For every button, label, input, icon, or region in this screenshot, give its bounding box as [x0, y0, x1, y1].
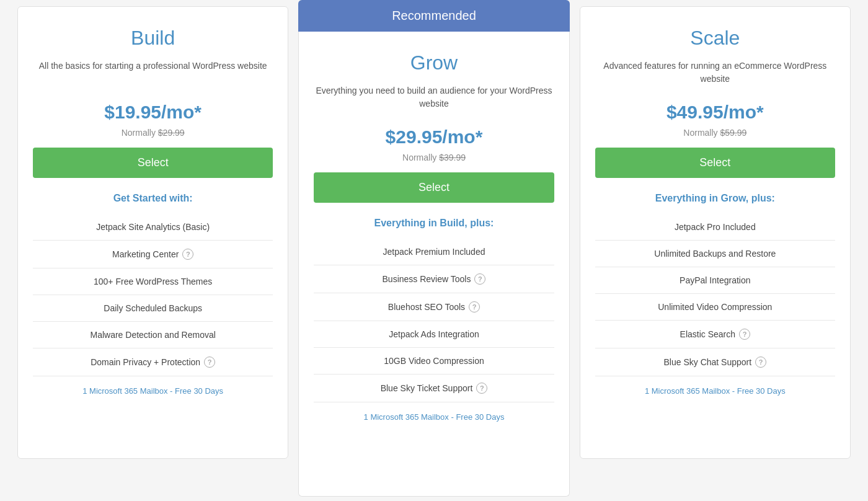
plan-price-scale: $49.95/mo* [595, 102, 835, 123]
footer-link-build: 1 Microsoft 365 Mailbox - Free 30 Days [82, 386, 223, 396]
plan-card-grow: Grow Everything you need to build an aud… [298, 32, 569, 497]
feature-text-build-1: Marketing Center [112, 249, 179, 259]
section-title-grow: Everything in Build, plus: [314, 218, 554, 229]
plan-name-scale: Scale [595, 27, 835, 50]
feature-item-build-1: Marketing Center ? [33, 241, 273, 268]
feature-item-build-5: Domain Privacy + Protection ? [33, 348, 273, 376]
feature-text-build-0: Jetpack Site Analytics (Basic) [96, 222, 210, 232]
feature-text-scale-4: Elastic Search [680, 329, 735, 339]
feature-text-grow-3: Jetpack Ads Integration [389, 329, 479, 339]
plan-wrapper-build: Build All the basics for starting a prof… [12, 0, 293, 465]
feature-item-grow-2: Bluehost SEO Tools ? [314, 293, 554, 321]
help-icon-build-1[interactable]: ? [182, 249, 193, 260]
feature-item-scale-3: Unlimited Video Compression [595, 294, 835, 321]
plan-description-grow: Everything you need to build an audience… [314, 84, 554, 114]
plan-name-build: Build [33, 27, 273, 50]
plan-normally-scale: Normally $59.99 [595, 128, 835, 138]
feature-text-build-5: Domain Privacy + Protection [91, 357, 200, 367]
help-icon-grow-1[interactable]: ? [474, 273, 485, 285]
pricing-container: Build All the basics for starting a prof… [12, 0, 856, 501]
select-button-build[interactable]: Select [33, 148, 273, 178]
feature-item-grow-4: 10GB Video Compression [314, 348, 554, 375]
feature-item-build-2: 100+ Free WordPress Themes [33, 268, 273, 295]
help-icon-grow-2[interactable]: ? [469, 301, 480, 313]
help-icon-scale-4[interactable]: ? [739, 329, 750, 340]
feature-text-build-3: Daily Scheduled Backups [104, 303, 202, 313]
plan-price-build: $19.95/mo* [33, 102, 273, 123]
footer-link-grow: 1 Microsoft 365 Mailbox - Free 30 Days [364, 412, 505, 422]
plan-description-build: All the basics for starting a profession… [33, 60, 273, 89]
plan-description-scale: Advanced features for running an eCommer… [595, 60, 835, 89]
feature-item-scale-4: Elastic Search ? [595, 321, 835, 348]
help-icon-scale-5[interactable]: ? [755, 357, 766, 368]
feature-footer-build[interactable]: 1 Microsoft 365 Mailbox - Free 30 Days [33, 376, 273, 404]
feature-item-scale-5: Blue Sky Chat Support ? [595, 348, 835, 376]
plan-normally-grow: Normally $39.99 [314, 153, 554, 162]
feature-text-scale-2: PayPal Integration [680, 275, 750, 285]
feature-list-build: Jetpack Site Analytics (Basic) Marketing… [33, 214, 273, 404]
select-button-scale[interactable]: Select [595, 148, 835, 178]
feature-list-grow: Jetpack Premium Included Business Review… [314, 239, 554, 430]
footer-link-scale: 1 Microsoft 365 Mailbox - Free 30 Days [645, 386, 786, 396]
feature-text-scale-1: Unlimited Backups and Restore [654, 249, 776, 259]
feature-item-build-4: Malware Detection and Removal [33, 322, 273, 348]
feature-text-build-2: 100+ Free WordPress Themes [94, 277, 212, 286]
plan-card-build: Build All the basics for starting a prof… [17, 6, 288, 459]
feature-text-scale-3: Unlimited Video Compression [658, 302, 772, 312]
recommended-banner: Recommended [298, 0, 569, 32]
plan-name-grow: Grow [314, 51, 554, 74]
feature-text-build-4: Malware Detection and Removal [91, 330, 216, 340]
feature-item-grow-5: Blue Sky Ticket Support ? [314, 375, 554, 402]
plan-card-scale: Scale Advanced features for running an e… [580, 6, 851, 459]
plan-normally-build: Normally $29.99 [33, 128, 273, 138]
feature-item-scale-2: PayPal Integration [595, 267, 835, 294]
feature-text-grow-4: 10GB Video Compression [384, 356, 484, 366]
feature-item-scale-0: Jetpack Pro Included [595, 214, 835, 241]
feature-item-scale-1: Unlimited Backups and Restore [595, 241, 835, 267]
feature-text-scale-5: Blue Sky Chat Support [664, 357, 752, 367]
help-icon-grow-5[interactable]: ? [476, 383, 487, 394]
feature-text-scale-0: Jetpack Pro Included [675, 222, 756, 232]
plan-price-grow: $29.95/mo* [314, 126, 554, 148]
feature-list-scale: Jetpack Pro Included Unlimited Backups a… [595, 214, 835, 404]
feature-item-grow-1: Business Review Tools ? [314, 265, 554, 293]
feature-item-grow-0: Jetpack Premium Included [314, 239, 554, 265]
feature-item-build-0: Jetpack Site Analytics (Basic) [33, 214, 273, 241]
feature-text-grow-2: Bluehost SEO Tools [388, 302, 465, 312]
feature-text-grow-5: Blue Sky Ticket Support [381, 383, 473, 393]
feature-item-build-3: Daily Scheduled Backups [33, 295, 273, 322]
feature-footer-grow[interactable]: 1 Microsoft 365 Mailbox - Free 30 Days [314, 402, 554, 430]
help-icon-build-5[interactable]: ? [204, 357, 215, 368]
feature-item-grow-3: Jetpack Ads Integration [314, 321, 554, 348]
feature-text-grow-1: Business Review Tools [383, 274, 471, 284]
plan-wrapper-grow: Recommended Grow Everything you need to … [293, 0, 574, 501]
feature-footer-scale[interactable]: 1 Microsoft 365 Mailbox - Free 30 Days [595, 376, 835, 404]
plan-wrapper-scale: Scale Advanced features for running an e… [575, 0, 856, 465]
section-title-scale: Everything in Grow, plus: [595, 193, 835, 204]
section-title-build: Get Started with: [33, 193, 273, 204]
select-button-grow[interactable]: Select [314, 172, 554, 203]
feature-text-grow-0: Jetpack Premium Included [383, 247, 485, 257]
